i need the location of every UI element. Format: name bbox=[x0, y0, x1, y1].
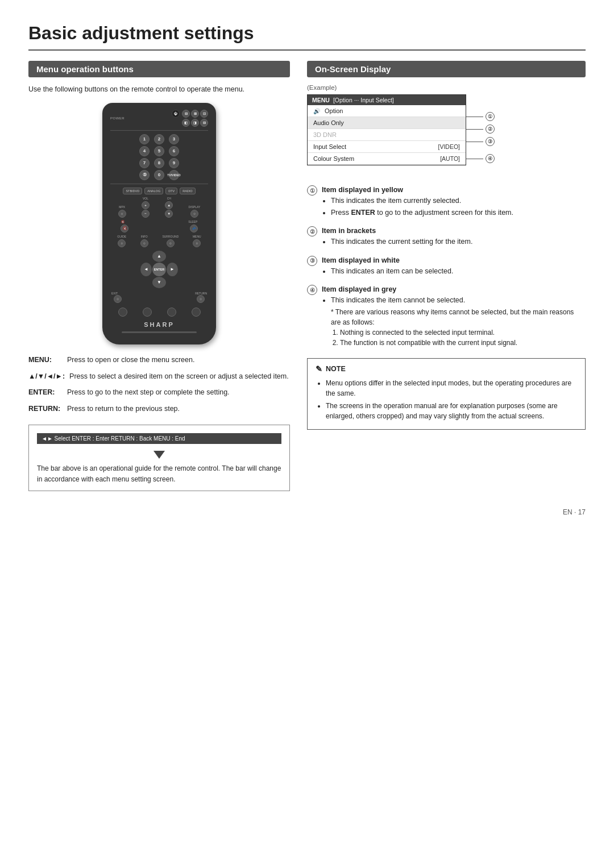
option-label: Option bbox=[325, 107, 460, 114]
return-key-desc: RETURN: Press to return to the previous … bbox=[28, 404, 290, 414]
op-guide-triangle bbox=[154, 451, 165, 459]
input-select-value: [VIDEO] bbox=[438, 143, 460, 150]
annotation-4-sub-2: The function is not compatible with the … bbox=[340, 338, 586, 348]
btn-down[interactable]: ▼ bbox=[152, 277, 166, 288]
right-section-header: On-Screen Display bbox=[307, 61, 586, 77]
vol-label: VOL bbox=[143, 197, 148, 200]
guide-group: GUIDE ○ bbox=[117, 235, 126, 247]
menu-group: MENU ○ bbox=[193, 235, 201, 247]
osd-item-3d-dnr: 3D DNR bbox=[308, 129, 466, 141]
btn-6[interactable]: 6 bbox=[169, 146, 179, 156]
btn-radio[interactable]: RADIO bbox=[180, 188, 195, 194]
enter-key-desc: ENTER: Press to go to the next step or c… bbox=[28, 387, 290, 398]
intro-text: Use the following buttons on the remote … bbox=[28, 84, 290, 95]
btn-7[interactable]: 7 bbox=[139, 158, 150, 168]
page-title: Basic adjustment settings bbox=[28, 23, 586, 51]
btn-ch-down[interactable]: ▼ bbox=[165, 210, 173, 218]
annotation-2: ② Item in brackets This indicates the cu… bbox=[307, 226, 586, 248]
exit-label: EXIT bbox=[111, 292, 118, 295]
mpx-label: MPX bbox=[119, 205, 125, 209]
annotation-1-bullet-2: Press ENTER to go to the adjustment scre… bbox=[331, 207, 513, 218]
btn-surround[interactable]: ○ bbox=[167, 239, 175, 247]
sharp-logo: SHARP bbox=[110, 321, 208, 328]
annotation-4-sub-1: Nothing is connected to the selected inp… bbox=[340, 327, 586, 338]
osd-menu-box: MENU [Option ··· Input Select] 🔊 Option … bbox=[307, 94, 466, 165]
btn-sub[interactable]: ⑤ bbox=[139, 170, 150, 180]
op-guide-bar-text: ◄► Select ENTER : Enter RETURN : Back ME… bbox=[42, 435, 185, 442]
btn-3[interactable]: 3 bbox=[169, 134, 179, 144]
btn-stb[interactable]: STB/DVD bbox=[123, 188, 142, 194]
annotation-title-4: Item displayed in grey bbox=[322, 285, 396, 293]
btn-bottom1[interactable] bbox=[118, 308, 127, 317]
btn-mpx[interactable]: ○ bbox=[118, 210, 126, 218]
note-item-2: The screens in the operation manual are … bbox=[326, 401, 577, 421]
osd-menu-word: MENU bbox=[312, 97, 330, 103]
annotation-body-2: Item in brackets This indicates the curr… bbox=[322, 226, 472, 248]
osd-title-bar: MENU [Option ··· Input Select] bbox=[308, 95, 466, 105]
btn-mute[interactable]: 🔇 bbox=[121, 225, 128, 232]
btn-top4[interactable]: ◧ bbox=[182, 119, 190, 127]
btn-analog[interactable]: ANALOG bbox=[144, 188, 163, 194]
btn-exit[interactable]: ○ bbox=[114, 295, 122, 303]
osd-item-colour-system: Colour System [AUTO] bbox=[308, 153, 466, 165]
btn-top5[interactable]: ◨ bbox=[191, 119, 199, 127]
btn-return[interactable]: ○ bbox=[197, 295, 205, 303]
btn-info[interactable]: ○ bbox=[140, 239, 148, 247]
info-label: INFO bbox=[141, 235, 148, 238]
btn-dtv[interactable]: DTV bbox=[165, 188, 177, 194]
btn-up[interactable]: ▲ bbox=[152, 251, 166, 262]
btn-vol-up[interactable]: + bbox=[142, 201, 150, 209]
btn-bottom4[interactable] bbox=[192, 308, 201, 317]
guide-label: GUIDE bbox=[117, 235, 126, 238]
annotation-2-bullet-1: This indicates the current setting for t… bbox=[331, 236, 472, 247]
note-item-1: Menu options differ in the selected inpu… bbox=[326, 378, 577, 398]
op-guide-bar: ◄► Select ENTER : Enter RETURN : Back ME… bbox=[37, 433, 281, 444]
menu-key-text: Press to open or close the menu screen. bbox=[67, 355, 194, 366]
btn-guide[interactable]: ○ bbox=[118, 239, 126, 247]
arrows-key-label: ▲/▼/◄/►: bbox=[28, 371, 65, 382]
btn-1[interactable]: 1 bbox=[139, 134, 150, 144]
op-guide-description: The bar above is an operational guide fo… bbox=[37, 463, 281, 485]
power-btn[interactable]: ⏻ bbox=[172, 110, 180, 118]
btn-ch-up[interactable]: ▲ bbox=[165, 201, 173, 209]
annotation-num-3: ③ bbox=[307, 256, 317, 266]
btn-right[interactable]: ► bbox=[167, 263, 178, 276]
btn-9[interactable]: 9 bbox=[169, 158, 179, 168]
btn-top3[interactable]: ⊡ bbox=[200, 110, 208, 118]
note-header: ✎ NOTE bbox=[316, 364, 577, 373]
btn-vol-down[interactable]: − bbox=[142, 210, 150, 218]
callout-1: ① bbox=[466, 110, 497, 123]
right-column: On-Screen Display (Example) MENU [Option… bbox=[307, 61, 586, 430]
btn-2[interactable]: 2 bbox=[154, 134, 164, 144]
return-key-text: Press to return to the previous step. bbox=[67, 404, 180, 414]
btn-bottom3[interactable] bbox=[167, 308, 176, 317]
colour-system-value: [AUTO] bbox=[440, 155, 460, 162]
btn-menu[interactable]: ○ bbox=[193, 239, 201, 247]
btn-0[interactable]: 0 bbox=[154, 170, 164, 180]
example-label: (Example) bbox=[307, 84, 586, 91]
btn-left[interactable]: ◄ bbox=[140, 263, 152, 276]
input-select-label: Input Select bbox=[313, 143, 435, 150]
btn-top2[interactable]: ⊞ bbox=[191, 110, 199, 118]
arrows-key-text: Press to select a desired item on the sc… bbox=[69, 371, 289, 382]
page-number: EN · 17 bbox=[28, 508, 586, 516]
return-label: RETURN bbox=[195, 292, 207, 295]
note-icon: ✎ bbox=[316, 364, 322, 373]
btn-bottom2[interactable] bbox=[143, 308, 152, 317]
vol-group: VOL + − bbox=[142, 197, 150, 218]
remote-control-image: POWER ⏻ ⊟ ⊞ ⊡ ◧ ◨ ⊟ bbox=[28, 103, 290, 344]
annotation-num-1: ① bbox=[307, 185, 317, 196]
btn-sleep[interactable]: 💤 bbox=[190, 225, 198, 232]
callout-3: ③ bbox=[466, 135, 497, 148]
btn-top1[interactable]: ⊟ bbox=[182, 110, 190, 118]
btn-tv-video[interactable]: TV/VIDEO bbox=[169, 170, 179, 180]
btn-enter[interactable]: ENTER bbox=[152, 263, 166, 276]
btn-5[interactable]: 5 bbox=[154, 146, 164, 156]
btn-top6[interactable]: ⊟ bbox=[200, 119, 208, 127]
btn-4[interactable]: 4 bbox=[139, 146, 150, 156]
callout-num-2: ② bbox=[486, 124, 495, 134]
btn-display[interactable]: ○ bbox=[190, 210, 198, 218]
btn-8[interactable]: 8 bbox=[154, 158, 164, 168]
annotation-3: ③ Item displayed in white This indicates… bbox=[307, 255, 586, 278]
osd-item-option: 🔊 Option bbox=[308, 105, 466, 117]
